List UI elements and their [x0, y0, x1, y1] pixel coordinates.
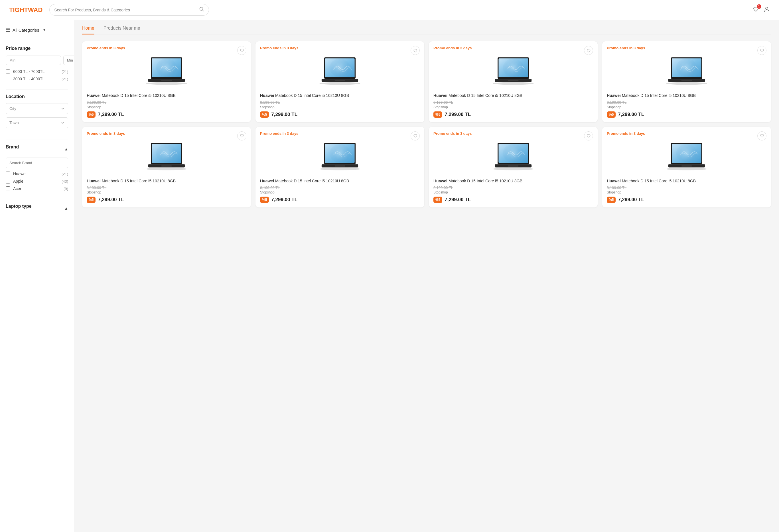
- svg-point-2: [766, 7, 768, 9]
- promo-label: Promo ends in 3 days: [607, 46, 767, 50]
- chevron-down-icon: ▼: [43, 28, 46, 32]
- original-price: 8,199.00 TL: [607, 186, 767, 190]
- price-range-2[interactable]: 3000 TL - 4000TL (21): [6, 77, 68, 81]
- price-range-1[interactable]: 6000 TL - 7000TL (21): [6, 69, 68, 74]
- seller-name: Stopshop: [260, 190, 420, 194]
- discount-badge: %5: [87, 112, 96, 118]
- price-range-1-label: 6000 TL - 7000TL: [13, 69, 45, 74]
- price-range-1-checkbox[interactable]: [6, 69, 10, 74]
- logo[interactable]: TIGHTWAD: [9, 6, 43, 14]
- price-range-2-checkbox[interactable]: [6, 77, 10, 81]
- price-max-input[interactable]: [63, 56, 74, 65]
- product-name: Huawei Matebook D 15 Intel Core i5 10210…: [607, 178, 767, 184]
- discount-badge: %5: [433, 112, 442, 118]
- promo-label: Promo ends in 3 days: [607, 131, 767, 136]
- promo-label: Promo ends in 3 days: [87, 131, 246, 136]
- town-select[interactable]: Town: [6, 117, 68, 128]
- original-price: 8,199.00 TL: [607, 100, 767, 105]
- product-grid: Promo ends in 3 days: [82, 41, 771, 207]
- svg-rect-57: [496, 164, 530, 165]
- promo-label: Promo ends in 3 days: [433, 46, 593, 50]
- product-image: [607, 53, 767, 89]
- product-card: Promo ends in 3 days: [82, 41, 251, 122]
- wishlist-button[interactable]: 1: [753, 6, 759, 14]
- product-card: Promo ends in 3 days: [602, 127, 771, 208]
- original-price: 8,199.00 TL: [87, 100, 246, 105]
- product-wishlist-button[interactable]: [237, 46, 246, 55]
- brand-huawei[interactable]: Huawei (21): [6, 172, 68, 176]
- brand-huawei-count: (21): [62, 172, 68, 176]
- product-name: Huawei Matebook D 15 Intel Core i5 10210…: [260, 93, 420, 98]
- final-price: 7,299.00 TL: [444, 112, 471, 117]
- product-name: Huawei Matebook D 15 Intel Core i5 10210…: [87, 178, 246, 184]
- location-title: Location: [6, 94, 68, 99]
- city-select[interactable]: City: [6, 103, 68, 114]
- search-bar[interactable]: [49, 4, 209, 16]
- price-row: %5 7,299.00 TL: [607, 197, 767, 203]
- price-range-1-count: (21): [62, 70, 68, 74]
- promo-label: Promo ends in 3 days: [433, 131, 593, 136]
- brand-acer-label: Acer: [13, 186, 21, 191]
- tab-home[interactable]: Home: [82, 26, 95, 35]
- brand-huawei-label: Huawei: [13, 172, 26, 176]
- product-wishlist-button[interactable]: [757, 131, 767, 140]
- price-row: %5 7,299.00 TL: [87, 112, 246, 118]
- brand-acer[interactable]: Acer (9): [6, 186, 68, 191]
- svg-rect-25: [496, 79, 530, 79]
- divider-3: [6, 140, 68, 140]
- laptop-type-toggle-icon[interactable]: ▲: [64, 206, 68, 211]
- brand-acer-checkbox[interactable]: [6, 186, 10, 191]
- brand-toggle-icon[interactable]: ▲: [64, 147, 68, 151]
- seller-name: Stopshop: [87, 105, 246, 109]
- brand-huawei-checkbox[interactable]: [6, 172, 10, 176]
- user-profile-button[interactable]: [764, 6, 770, 14]
- price-row: %5 7,299.00 TL: [260, 112, 420, 118]
- header-actions: 1: [753, 6, 770, 14]
- product-name: Huawei Matebook D 15 Intel Core i5 10210…: [433, 178, 593, 184]
- brand-search-input[interactable]: [6, 157, 68, 168]
- product-image: [87, 53, 246, 89]
- product-image: [260, 53, 420, 89]
- price-min-input[interactable]: [6, 56, 61, 65]
- product-wishlist-button[interactable]: [584, 46, 593, 55]
- product-wishlist-button[interactable]: [411, 131, 420, 140]
- product-wishlist-button[interactable]: [411, 46, 420, 55]
- svg-rect-64: [681, 165, 692, 167]
- logo-text: TIGHT: [9, 6, 28, 13]
- hamburger-icon: ☰: [6, 27, 10, 33]
- product-image: [87, 138, 246, 175]
- categories-nav[interactable]: ☰ All Categories ▼: [6, 27, 68, 33]
- price-row: %5 7,299.00 TL: [87, 197, 246, 203]
- seller-name: Stopshop: [433, 105, 593, 109]
- svg-point-18: [320, 82, 360, 85]
- original-price: 8,199.00 TL: [87, 186, 246, 190]
- price-range-2-label: 3000 TL - 4000TL: [13, 77, 45, 81]
- original-price: 8,199.00 TL: [260, 100, 420, 105]
- header: TIGHTWAD 1: [0, 0, 779, 20]
- tab-products-near-me[interactable]: Products Near me: [104, 26, 140, 35]
- product-wishlist-button[interactable]: [584, 131, 593, 140]
- divider-1: [6, 41, 68, 41]
- svg-point-10: [146, 82, 187, 85]
- svg-rect-65: [669, 164, 704, 165]
- brand-apple[interactable]: Apple (43): [6, 179, 68, 184]
- seller-name: Stopshop: [260, 105, 420, 109]
- product-image: [433, 53, 593, 89]
- product-name: Huawei Matebook D 15 Intel Core i5 10210…: [260, 178, 420, 184]
- search-input[interactable]: [54, 8, 197, 12]
- main-content: Home Products Near me Promo ends in 3 da…: [74, 20, 779, 532]
- svg-rect-49: [323, 164, 357, 165]
- product-card: Promo ends in 3 days: [82, 127, 251, 208]
- product-card: Promo ends in 3 days: [602, 41, 771, 122]
- laptop-type-title: Laptop type: [6, 204, 32, 209]
- product-wishlist-button[interactable]: [237, 131, 246, 140]
- page-layout: ☰ All Categories ▼ Price range ▶ 6000 TL…: [0, 20, 779, 532]
- product-wishlist-button[interactable]: [757, 46, 767, 55]
- product-card: Promo ends in 3 days: [429, 127, 598, 208]
- categories-label: All Categories: [12, 28, 39, 32]
- svg-point-66: [666, 168, 707, 170]
- product-name: Huawei Matebook D 15 Intel Core i5 10210…: [607, 93, 767, 98]
- brand-apple-label: Apple: [13, 179, 23, 184]
- final-price: 7,299.00 TL: [271, 197, 297, 203]
- brand-apple-checkbox[interactable]: [6, 179, 10, 184]
